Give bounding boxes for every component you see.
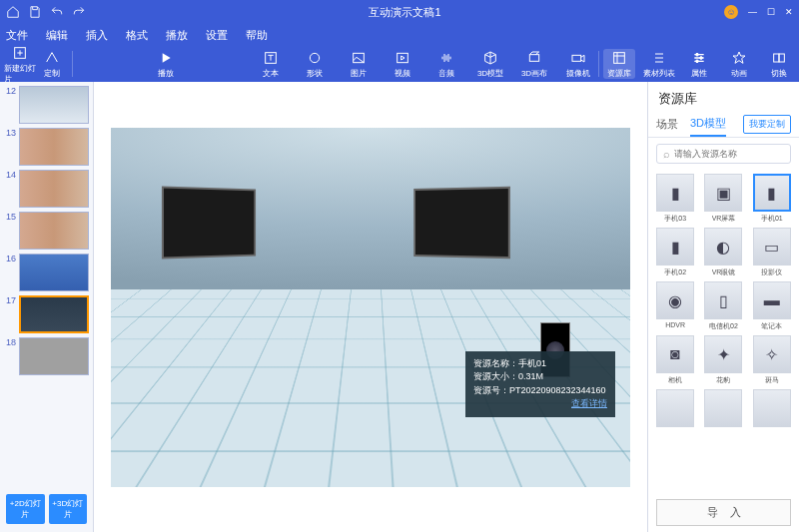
- svg-rect-11: [774, 54, 779, 62]
- asset-thumb: ▮: [656, 228, 694, 266]
- toolbar: 新建幻灯片 定制 播放 文本 形状 图片 视频 音频 3D模型 3D画布 摄像机…: [0, 46, 799, 82]
- undo-icon[interactable]: [50, 5, 64, 19]
- tooltip-size: 0.31M: [518, 371, 543, 381]
- panel-reslib-button[interactable]: 资源库: [603, 49, 635, 79]
- maximize-icon[interactable]: ☐: [767, 7, 775, 17]
- panel-anim-button[interactable]: 动画: [723, 49, 755, 79]
- new-slide-button[interactable]: 新建幻灯片: [4, 44, 36, 85]
- asset-label: 花豹: [716, 375, 730, 385]
- asset-thumb: ▮: [753, 174, 791, 212]
- 3dmodel-button[interactable]: 3D模型: [474, 49, 506, 79]
- minimize-icon[interactable]: —: [748, 7, 757, 17]
- audio-button[interactable]: 音频: [430, 49, 462, 79]
- menu-format[interactable]: 格式: [126, 28, 148, 43]
- stage-screen-left[interactable]: [162, 186, 256, 259]
- camera-button[interactable]: 摄像机: [562, 49, 594, 79]
- asset-item[interactable]: ▬笔记本: [751, 281, 793, 331]
- asset-label: VR屏幕: [712, 214, 736, 224]
- panel-props-button[interactable]: 属性: [683, 49, 715, 79]
- menu-insert[interactable]: 插入: [86, 28, 108, 43]
- asset-item[interactable]: ◐VR眼镜: [702, 228, 744, 277]
- search-icon: ⌕: [663, 148, 670, 160]
- asset-thumb: ▣: [704, 174, 742, 212]
- slide-panel: 12131415161718 +2D幻灯片 +3D幻灯片: [0, 82, 94, 532]
- stage-3d[interactable]: 资源名称：手机01 资源大小：0.31M 资源号：PT2022090823234…: [111, 128, 630, 487]
- asset-label: HDVR: [665, 321, 685, 328]
- shape-button[interactable]: 形状: [299, 49, 331, 79]
- svg-point-8: [696, 53, 699, 56]
- svg-rect-12: [779, 54, 784, 62]
- asset-item[interactable]: ✧斑马: [751, 335, 793, 385]
- window-title: 互动演示文稿1: [86, 5, 724, 20]
- tooltip-detail-link[interactable]: 查看详情: [571, 397, 607, 411]
- panel-matlist-button[interactable]: 素材列表: [643, 49, 675, 79]
- asset-label: 手机03: [664, 214, 686, 224]
- asset-label: 投影仪: [761, 267, 782, 277]
- asset-thumb: ✦: [704, 335, 742, 373]
- asset-label: 电信机02: [709, 321, 738, 331]
- menu-settings[interactable]: 设置: [206, 28, 228, 43]
- resource-panel: 资源库 场景 3D模型 我要定制 ⌕ ▮手机03▣VR屏幕▮手机01▮手机02◐…: [647, 82, 799, 532]
- asset-item[interactable]: ▣VR屏幕: [702, 174, 744, 224]
- slide-thumb[interactable]: 16: [4, 254, 89, 291]
- menu-edit[interactable]: 编辑: [46, 28, 68, 43]
- customize-button[interactable]: 定制: [36, 44, 68, 85]
- tab-scene[interactable]: 场景: [656, 113, 678, 136]
- search-box[interactable]: ⌕: [656, 144, 791, 164]
- close-icon[interactable]: ✕: [785, 7, 793, 17]
- user-avatar[interactable]: ☺: [724, 5, 738, 19]
- asset-item[interactable]: ▮手机02: [654, 228, 696, 277]
- tooltip-name: 手机01: [518, 358, 546, 368]
- import-button[interactable]: 导入: [656, 499, 791, 526]
- svg-point-10: [696, 60, 699, 63]
- asset-thumb: ▯: [704, 281, 742, 319]
- asset-item[interactable]: [702, 389, 744, 429]
- text-button[interactable]: 文本: [255, 49, 287, 79]
- customize-link[interactable]: 我要定制: [743, 115, 791, 134]
- home-icon[interactable]: [6, 5, 20, 19]
- slide-thumb[interactable]: 17: [4, 295, 89, 333]
- slide-thumb[interactable]: 13: [4, 128, 89, 166]
- asset-item[interactable]: ▮手机01: [751, 174, 793, 224]
- search-input[interactable]: [674, 149, 786, 159]
- image-button[interactable]: 图片: [343, 49, 375, 79]
- asset-item[interactable]: [654, 389, 696, 429]
- asset-item[interactable]: ✦花豹: [702, 335, 744, 385]
- panel-title: 资源库: [648, 82, 799, 112]
- menu-help[interactable]: 帮助: [246, 28, 268, 43]
- save-icon[interactable]: [28, 5, 42, 19]
- tooltip-id: PT20220908232344160: [509, 385, 606, 395]
- slide-thumb[interactable]: 12: [4, 86, 89, 124]
- menu-play[interactable]: 播放: [166, 28, 188, 43]
- 3dcanvas-button[interactable]: 3D画布: [518, 49, 550, 79]
- asset-item[interactable]: ◉HDVR: [654, 281, 696, 331]
- asset-label: 斑马: [765, 375, 779, 385]
- menu-file[interactable]: 文件: [6, 28, 28, 43]
- stage-screen-right[interactable]: [413, 186, 510, 258]
- slide-thumb[interactable]: 14: [4, 170, 89, 208]
- redo-icon[interactable]: [72, 5, 86, 19]
- asset-item[interactable]: [751, 389, 793, 429]
- asset-label: 相机: [668, 375, 682, 385]
- asset-item[interactable]: ▮手机03: [654, 174, 696, 224]
- svg-point-9: [700, 57, 703, 60]
- asset-label: VR眼镜: [712, 267, 736, 277]
- panel-trans-button[interactable]: 切换: [763, 49, 795, 79]
- asset-item[interactable]: ▯电信机02: [702, 281, 744, 331]
- svg-rect-7: [614, 53, 625, 64]
- asset-item[interactable]: ◙相机: [654, 335, 696, 385]
- tab-3dmodel[interactable]: 3D模型: [690, 112, 726, 137]
- asset-thumb: [704, 389, 742, 427]
- slide-thumb[interactable]: 15: [4, 212, 89, 250]
- video-button[interactable]: 视频: [387, 49, 418, 79]
- asset-thumb: ◙: [656, 335, 694, 373]
- asset-thumb: ✧: [753, 335, 791, 373]
- canvas[interactable]: 资源名称：手机01 资源大小：0.31M 资源号：PT2022090823234…: [94, 82, 647, 532]
- play-button[interactable]: 播放: [150, 49, 182, 79]
- asset-thumb: ▭: [753, 228, 791, 266]
- asset-label: 手机02: [664, 267, 686, 277]
- asset-item[interactable]: ▭投影仪: [751, 228, 793, 277]
- add-2d-slide-button[interactable]: +2D幻灯片: [6, 494, 45, 524]
- slide-thumb[interactable]: 18: [4, 337, 89, 375]
- add-3d-slide-button[interactable]: +3D幻灯片: [49, 494, 88, 524]
